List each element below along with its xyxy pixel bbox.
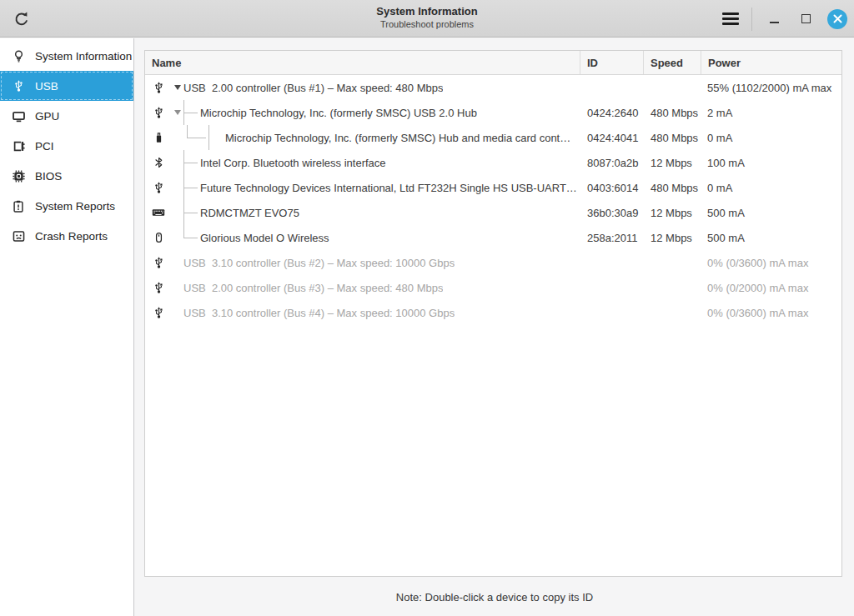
device-id: [580, 75, 644, 100]
device-name: Microchip Technology, Inc. (formerly SMS…: [200, 107, 477, 119]
sidebar-item-label: BIOS: [35, 170, 62, 183]
device-name: Intel Corp. Bluetooth wireless interface: [200, 157, 386, 169]
device-speed: 12 Mbps: [644, 225, 701, 250]
sidebar-item-pci[interactable]: PCI: [0, 131, 133, 161]
sidebar-item-label: System Information: [35, 50, 132, 63]
sidebar-item-gpu[interactable]: GPU: [0, 101, 133, 131]
table-row[interactable]: Microchip Technology, Inc. (formerly SMS…: [145, 125, 841, 150]
minimize-button[interactable]: [764, 9, 784, 29]
hamburger-menu-icon[interactable]: [721, 9, 740, 28]
table-row[interactable]: RDMCTMZT EVO75 36b0:30a9 12 Mbps 500 mA: [145, 200, 841, 225]
expander-arrow-icon[interactable]: [171, 85, 183, 90]
device-id: 0424:2640: [580, 100, 644, 125]
device-table: Name ID Speed Power USB 2.00 controller …: [144, 50, 842, 577]
sidebar-item-label: Crash Reports: [35, 230, 108, 243]
refresh-button[interactable]: [11, 8, 33, 30]
device-power: 500 mA: [701, 225, 841, 250]
mouse-icon: [152, 231, 165, 244]
footer-note: Note: Double-click a device to copy its …: [135, 591, 854, 603]
sidebar: System Information USB GPU PCI BIOS Syst…: [0, 38, 134, 616]
main-content: Name ID Speed Power USB 2.00 controller …: [135, 38, 854, 616]
device-name: USB 3.10 controller (Bus #4) – Max speed…: [183, 307, 455, 319]
column-header-id[interactable]: ID: [580, 51, 644, 74]
device-id: [580, 250, 644, 275]
device-id: [580, 275, 644, 300]
flash-drive-icon: [152, 131, 165, 144]
titlebar-separator: [751, 8, 752, 31]
usb-icon: [152, 181, 165, 194]
bluetooth-icon: [152, 156, 165, 169]
table-row[interactable]: Glorious Model O Wireless 258a:2011 12 M…: [145, 225, 841, 250]
column-header-power[interactable]: Power: [701, 51, 841, 74]
tree-guide-line: [183, 125, 208, 150]
device-speed: [644, 275, 701, 300]
table-row[interactable]: USB 2.00 controller (Bus #3) – Max speed…: [145, 275, 841, 300]
tree-guide-line: [183, 150, 200, 175]
device-id: 36b0:30a9: [580, 200, 644, 225]
monitor-icon: [11, 109, 26, 123]
sidebar-item-label: GPU: [35, 110, 59, 123]
device-power: 0 mA: [701, 125, 841, 150]
lightbulb-icon: [11, 49, 26, 63]
device-name: Microchip Technology, Inc. (formerly SMS…: [225, 132, 570, 144]
table-row[interactable]: USB 2.00 controller (Bus #1) – Max speed…: [145, 75, 841, 100]
device-speed: [644, 250, 701, 275]
tree-guide-line: [183, 200, 200, 225]
close-button[interactable]: [827, 9, 847, 29]
table-row[interactable]: USB 3.10 controller (Bus #4) – Max speed…: [145, 300, 841, 325]
column-header-name[interactable]: Name: [145, 51, 580, 74]
keyboard-icon: [152, 206, 165, 219]
sidebar-item-label: PCI: [35, 140, 54, 153]
table-row[interactable]: USB 3.10 controller (Bus #2) – Max speed…: [145, 250, 841, 275]
device-id: 0403:6014: [580, 175, 644, 200]
titlebar: System Information Troubleshoot problems: [0, 0, 854, 38]
device-name: USB 3.10 controller (Bus #2) – Max speed…: [183, 257, 455, 269]
device-speed: 480 Mbps: [644, 175, 701, 200]
refresh-icon: [13, 10, 31, 28]
device-name: USB 2.00 controller (Bus #1) – Max speed…: [183, 82, 443, 94]
device-speed: 12 Mbps: [644, 200, 701, 225]
device-power: 0 mA: [701, 175, 841, 200]
device-speed: 480 Mbps: [644, 100, 701, 125]
device-name: Future Technology Devices International,…: [200, 182, 577, 194]
tree-guide-line: [183, 175, 200, 200]
usb-icon: [152, 81, 165, 94]
device-power: 0% (0/3600) mA max: [701, 300, 841, 325]
device-power: 0% (0/2000) mA max: [701, 275, 841, 300]
device-power: 500 mA: [701, 200, 841, 225]
device-id: 8087:0a2b: [580, 150, 644, 175]
sidebar-item-system-information[interactable]: System Information: [0, 41, 133, 71]
sidebar-item-label: System Reports: [35, 200, 115, 213]
close-icon: [833, 14, 842, 23]
sidebar-item-crash-reports[interactable]: Crash Reports: [0, 221, 133, 251]
crash-icon: [11, 229, 26, 243]
sidebar-item-system-reports[interactable]: System Reports: [0, 191, 133, 221]
column-header-speed[interactable]: Speed: [644, 51, 701, 74]
table-row[interactable]: Future Technology Devices International,…: [145, 175, 841, 200]
table-row[interactable]: Intel Corp. Bluetooth wireless interface…: [145, 150, 841, 175]
device-name: USB 2.00 controller (Bus #3) – Max speed…: [183, 282, 443, 294]
tree-guide-line: [183, 100, 200, 125]
device-id: 258a:2011: [580, 225, 644, 250]
device-speed: 480 Mbps: [644, 125, 701, 150]
sidebar-item-bios[interactable]: BIOS: [0, 161, 133, 191]
minimize-icon: [770, 22, 779, 23]
device-name: RDMCTMZT EVO75: [200, 207, 299, 219]
usb-icon: [152, 306, 165, 319]
maximize-button[interactable]: [796, 9, 816, 29]
device-speed: [644, 75, 701, 100]
device-speed: [644, 300, 701, 325]
usb-icon: [152, 106, 165, 119]
device-power: 55% (1102/2000) mA max: [701, 75, 841, 100]
device-id: [580, 300, 644, 325]
device-name: Glorious Model O Wireless: [200, 232, 329, 244]
device-speed: 12 Mbps: [644, 150, 701, 175]
table-body: USB 2.00 controller (Bus #1) – Max speed…: [145, 75, 841, 325]
table-row[interactable]: Microchip Technology, Inc. (formerly SMS…: [145, 100, 841, 125]
report-icon: [11, 199, 26, 213]
device-id: 0424:4041: [580, 125, 644, 150]
tree-guide-line: [183, 225, 200, 250]
expander-arrow-icon[interactable]: [171, 110, 183, 115]
sidebar-item-label: USB: [35, 80, 58, 93]
sidebar-item-usb[interactable]: USB: [0, 71, 133, 101]
